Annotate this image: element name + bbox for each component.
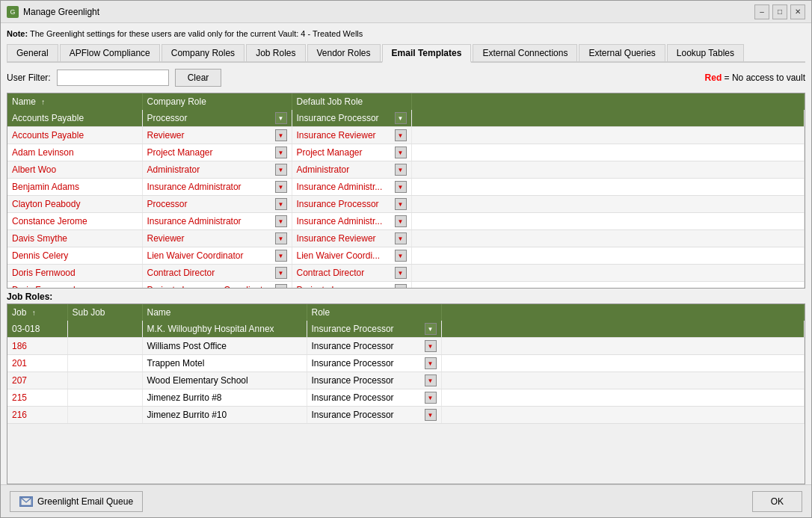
company-role-dropdown[interactable]: ▼	[275, 215, 287, 227]
job-role-table-row[interactable]: 216Jimenez Burrito #10Insurance Processo…	[7, 407, 805, 424]
job-roles-table-scroll[interactable]: 03-018M.K. Willoughby Hospital AnnexInsu…	[7, 321, 805, 484]
role-dropdown[interactable]: ▼	[425, 392, 437, 404]
tab-external-queries[interactable]: External Queries	[579, 44, 665, 61]
user-table-row[interactable]: Accounts PayableProcessor▼Insurance Proc…	[7, 110, 805, 127]
users-data-table: Accounts PayableProcessor▼Insurance Proc…	[7, 110, 805, 288]
minimize-button[interactable]: –	[754, 4, 769, 19]
company-role-dropdown[interactable]: ▼	[275, 129, 287, 141]
col-header-role[interactable]: Role	[307, 304, 441, 321]
tab-apflow[interactable]: APFlow Compliance	[60, 44, 160, 61]
project-name-cell: Williams Post Office	[142, 338, 307, 355]
default-job-role-dropdown[interactable]: ▼	[395, 215, 407, 227]
default-job-role-dropdown[interactable]: ▼	[395, 232, 407, 244]
project-name-cell: Wood Elementary School	[142, 372, 307, 389]
default-job-role-dropdown[interactable]: ▼	[395, 267, 407, 279]
tab-general[interactable]: General	[7, 44, 58, 61]
sub-job-cell	[67, 389, 142, 407]
user-table-row[interactable]: Constance JeromeInsurance Administrator▼…	[7, 213, 805, 230]
maximize-button[interactable]: □	[772, 4, 787, 19]
role-cell: Insurance Processor▼	[307, 338, 441, 355]
user-table-row[interactable]: Dennis CeleryLien Waiver Coordinator▼Lie…	[7, 247, 805, 265]
extra-cell	[411, 144, 805, 161]
tables-container: Name ↑ Company Role Default Job Role	[7, 93, 805, 484]
default-job-role-dropdown[interactable]: ▼	[395, 147, 407, 158]
user-table-row[interactable]: Benjamin AdamsInsurance Administrator▼In…	[7, 179, 805, 196]
user-table-row[interactable]: Davis SmytheReviewer▼Insurance Reviewer▼	[7, 230, 805, 247]
default-job-role-dropdown[interactable]: ▼	[395, 129, 407, 141]
col-header-extra	[411, 93, 805, 110]
job-role-table-row[interactable]: 201Trappen MotelInsurance Processor▼	[7, 355, 805, 372]
filter-row: User Filter: Clear Red = No access to va…	[7, 69, 805, 87]
tab-external-connections[interactable]: External Connections	[473, 44, 577, 61]
default-job-role-cell: Insurance Administr...▼	[292, 213, 411, 230]
company-role-dropdown[interactable]: ▼	[275, 147, 287, 158]
company-role-dropdown[interactable]: ▼	[275, 267, 287, 279]
tab-lookup-tables[interactable]: Lookup Tables	[667, 44, 744, 61]
user-name-cell: Dennis Celery	[7, 247, 142, 265]
company-role-dropdown[interactable]: ▼	[275, 164, 287, 176]
col-header-name[interactable]: Name ↑	[7, 93, 142, 110]
company-role-dropdown[interactable]: ▼	[275, 181, 287, 193]
role-dropdown[interactable]: ▼	[425, 340, 437, 352]
user-name-cell: Doris Fernwood	[7, 265, 142, 282]
default-job-role-dropdown[interactable]: ▼	[395, 181, 407, 193]
user-filter-input[interactable]	[57, 70, 169, 86]
col-header-job[interactable]: Job ↑	[7, 304, 67, 321]
role-cell: Insurance Processor▼	[307, 389, 441, 407]
company-role-dropdown[interactable]: ▼	[275, 250, 287, 262]
tab-email-templates[interactable]: Email Templates	[382, 44, 472, 63]
extra-cell	[411, 179, 805, 196]
user-table-row[interactable]: Adam LevinsonProject Manager▼Project Man…	[7, 144, 805, 161]
col-header-company-role[interactable]: Company Role	[142, 93, 292, 110]
app-icon: G	[7, 6, 19, 18]
role-dropdown[interactable]: ▼	[425, 357, 437, 369]
col-header-sub-job[interactable]: Sub Job	[67, 304, 142, 321]
role-cell: Insurance Processor▼	[307, 372, 441, 389]
note-label: Note:	[7, 29, 28, 38]
user-table-row[interactable]: Doris FernwoodProjects Insurance Coordin…	[7, 282, 805, 289]
job-role-table-row[interactable]: 207Wood Elementary SchoolInsurance Proce…	[7, 372, 805, 389]
user-table-row[interactable]: Doris FernwoodContract Director▼Contract…	[7, 265, 805, 282]
email-queue-button[interactable]: Greenlight Email Queue	[10, 491, 143, 512]
user-table-row[interactable]: Albert WooAdministrator▼Administrator▼	[7, 161, 805, 179]
company-role-dropdown[interactable]: ▼	[275, 284, 287, 288]
close-button[interactable]: ✕	[790, 4, 805, 19]
user-name-cell: Doris Fernwood	[7, 282, 142, 289]
company-role-dropdown[interactable]: ▼	[275, 232, 287, 244]
default-job-role-dropdown[interactable]: ▼	[395, 112, 407, 124]
job-role-table-row[interactable]: 03-018M.K. Willoughby Hospital AnnexInsu…	[7, 321, 805, 338]
clear-button[interactable]: Clear	[175, 69, 222, 87]
job-role-table-row[interactable]: 215Jimenez Burrito #8Insurance Processor…	[7, 389, 805, 407]
job-roles-section: Job Roles: Job ↑ Sub Job	[7, 289, 805, 484]
default-job-role-dropdown[interactable]: ▼	[395, 250, 407, 262]
tab-job-roles[interactable]: Job Roles	[246, 44, 305, 61]
jr-extra-cell	[441, 321, 805, 338]
default-job-role-dropdown[interactable]: ▼	[395, 198, 407, 210]
default-job-role-dropdown[interactable]: ▼	[395, 284, 407, 288]
users-table: Name ↑ Company Role Default Job Role	[7, 93, 805, 110]
default-job-role-cell: Insurance Administr...▼	[292, 179, 411, 196]
user-name-cell: Clayton Peabody	[7, 196, 142, 213]
tab-vendor-roles[interactable]: Vendor Roles	[307, 44, 381, 61]
job-role-table-row[interactable]: 186Williams Post OfficeInsurance Process…	[7, 338, 805, 355]
users-table-wrapper: Name ↑ Company Role Default Job Role	[7, 93, 805, 289]
col-header-default-job-role[interactable]: Default Job Role	[292, 93, 411, 110]
role-dropdown[interactable]: ▼	[425, 409, 437, 421]
default-job-role-dropdown[interactable]: ▼	[395, 164, 407, 176]
users-table-scroll[interactable]: Accounts PayableProcessor▼Insurance Proc…	[7, 110, 805, 288]
company-role-dropdown[interactable]: ▼	[275, 112, 287, 124]
job-roles-table-wrapper: Job ↑ Sub Job Name Role	[7, 303, 805, 484]
company-role-dropdown[interactable]: ▼	[275, 198, 287, 210]
tab-company-roles[interactable]: Company Roles	[162, 44, 244, 61]
ok-button[interactable]: OK	[752, 491, 802, 512]
job-roles-label: Job Roles:	[7, 292, 805, 302]
company-role-cell: Project Manager▼	[142, 144, 292, 161]
role-dropdown[interactable]: ▼	[425, 323, 437, 335]
col-header-project-name[interactable]: Name	[142, 304, 307, 321]
role-dropdown[interactable]: ▼	[425, 374, 437, 386]
user-name-cell: Benjamin Adams	[7, 179, 142, 196]
window-content: Note: The Greenlight settings for these …	[1, 23, 811, 484]
user-table-row[interactable]: Clayton PeabodyProcessor▼Insurance Proce…	[7, 196, 805, 213]
default-job-role-cell: Insurance Reviewer▼	[292, 230, 411, 247]
user-table-row[interactable]: Accounts PayableReviewer▼Insurance Revie…	[7, 127, 805, 144]
